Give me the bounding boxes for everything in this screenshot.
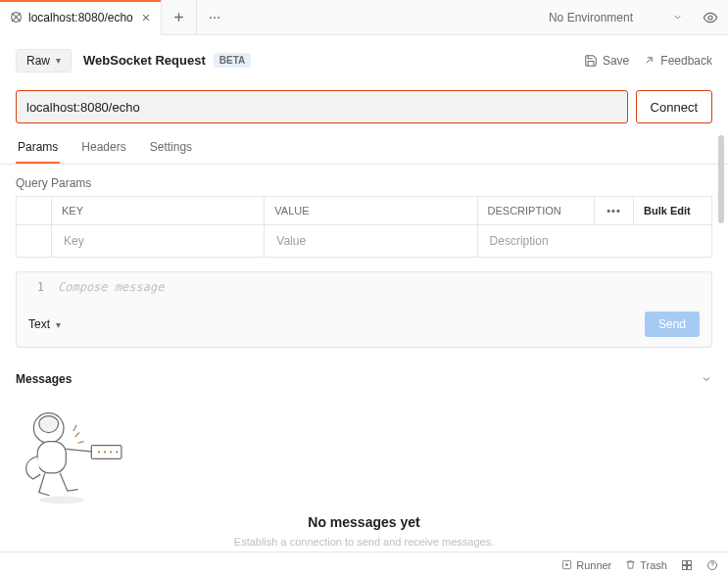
chevron-down-icon bbox=[672, 12, 683, 23]
empty-state: No messages yet Establish a connection t… bbox=[0, 393, 728, 548]
beta-badge: BETA bbox=[214, 53, 251, 68]
message-placeholder: Compose message bbox=[58, 280, 702, 294]
bulk-edit-button[interactable]: Bulk Edit bbox=[634, 197, 712, 225]
mode-dropdown[interactable]: Raw ▾ bbox=[16, 49, 72, 72]
column-options-button[interactable]: ••• bbox=[595, 197, 634, 225]
svg-rect-7 bbox=[37, 442, 66, 473]
table-row bbox=[17, 225, 712, 258]
svg-point-5 bbox=[39, 497, 84, 505]
empty-title: No messages yet bbox=[0, 514, 728, 530]
messages-panel: Messages No messages yet Est bbox=[0, 365, 728, 548]
request-tab[interactable]: localhost:8080/echo bbox=[0, 0, 162, 35]
tab-headers[interactable]: Headers bbox=[79, 140, 127, 164]
key-field[interactable] bbox=[62, 233, 254, 249]
chevron-down-icon: ▾ bbox=[56, 319, 61, 330]
column-description: DESCRIPTION bbox=[477, 197, 594, 225]
trash-button[interactable]: Trash bbox=[625, 559, 667, 571]
svg-point-12 bbox=[116, 451, 118, 453]
tab-params[interactable]: Params bbox=[16, 140, 60, 164]
url-input[interactable] bbox=[16, 90, 628, 123]
messages-header-label: Messages bbox=[16, 372, 72, 386]
trash-icon bbox=[625, 559, 636, 570]
query-params-table: KEY VALUE DESCRIPTION ••• Bulk Edit bbox=[16, 196, 712, 258]
environment-preview-button[interactable] bbox=[693, 10, 728, 25]
message-type-label: Text bbox=[28, 317, 50, 331]
websocket-icon bbox=[10, 11, 23, 24]
play-icon bbox=[561, 559, 572, 570]
svg-rect-15 bbox=[688, 560, 692, 564]
chevron-down-icon: ▾ bbox=[56, 55, 61, 66]
help-button[interactable] bbox=[706, 559, 718, 571]
value-field[interactable] bbox=[274, 233, 466, 249]
column-value: VALUE bbox=[265, 197, 477, 225]
environment-label: No Environment bbox=[549, 11, 633, 24]
save-button[interactable]: Save bbox=[584, 54, 629, 68]
send-button[interactable]: Send bbox=[645, 312, 700, 337]
svg-point-10 bbox=[104, 451, 106, 453]
feedback-button[interactable]: Feedback bbox=[643, 54, 712, 68]
svg-point-3 bbox=[218, 17, 219, 19]
connect-button[interactable]: Connect bbox=[636, 90, 712, 123]
new-tab-button[interactable] bbox=[162, 0, 197, 35]
runner-label: Runner bbox=[576, 559, 611, 571]
feedback-label: Feedback bbox=[660, 54, 712, 68]
empty-subtitle: Establish a connection to send and recei… bbox=[0, 536, 728, 548]
runner-button[interactable]: Runner bbox=[561, 559, 611, 571]
scrollbar[interactable] bbox=[718, 135, 724, 223]
svg-rect-16 bbox=[683, 565, 687, 569]
query-params-label: Query Params bbox=[16, 176, 712, 190]
app-tab-bar: localhost:8080/echo No Environment bbox=[0, 0, 728, 35]
message-editor[interactable]: 1 Compose message bbox=[17, 272, 711, 302]
description-field[interactable] bbox=[488, 233, 702, 249]
svg-point-11 bbox=[110, 451, 112, 453]
save-label: Save bbox=[603, 54, 629, 68]
mode-label: Raw bbox=[26, 54, 50, 68]
astronaut-illustration bbox=[0, 403, 728, 510]
svg-rect-17 bbox=[688, 565, 692, 569]
svg-point-9 bbox=[98, 451, 100, 453]
request-title: WebSocket Request bbox=[83, 53, 206, 68]
close-icon[interactable] bbox=[141, 13, 151, 23]
url-row: Connect bbox=[0, 86, 728, 133]
compose-panel: 1 Compose message Text ▾ Send bbox=[16, 271, 712, 348]
params-panel: Query Params KEY VALUE DESCRIPTION ••• B… bbox=[0, 165, 728, 258]
svg-rect-14 bbox=[683, 560, 687, 564]
trash-label: Trash bbox=[640, 559, 667, 571]
save-icon bbox=[584, 54, 598, 68]
tab-overflow-button[interactable] bbox=[197, 0, 232, 35]
request-header: Raw ▾ WebSocket Request BETA Save Feedba… bbox=[0, 35, 728, 86]
svg-point-4 bbox=[708, 16, 712, 20]
tab-settings[interactable]: Settings bbox=[148, 140, 194, 164]
collapse-button[interactable] bbox=[701, 373, 712, 385]
external-link-icon bbox=[643, 54, 655, 67]
line-number: 1 bbox=[26, 280, 44, 294]
environment-select[interactable]: No Environment bbox=[539, 0, 693, 35]
request-tab-title: localhost:8080/echo bbox=[28, 11, 133, 24]
svg-point-1 bbox=[210, 17, 212, 19]
request-tabs: Params Headers Settings bbox=[0, 133, 728, 165]
status-bar: Runner Trash bbox=[0, 552, 728, 577]
message-type-select[interactable]: Text ▾ bbox=[28, 317, 61, 331]
column-key: KEY bbox=[52, 197, 265, 225]
svg-point-2 bbox=[214, 17, 216, 19]
panels-button[interactable] bbox=[681, 559, 693, 571]
